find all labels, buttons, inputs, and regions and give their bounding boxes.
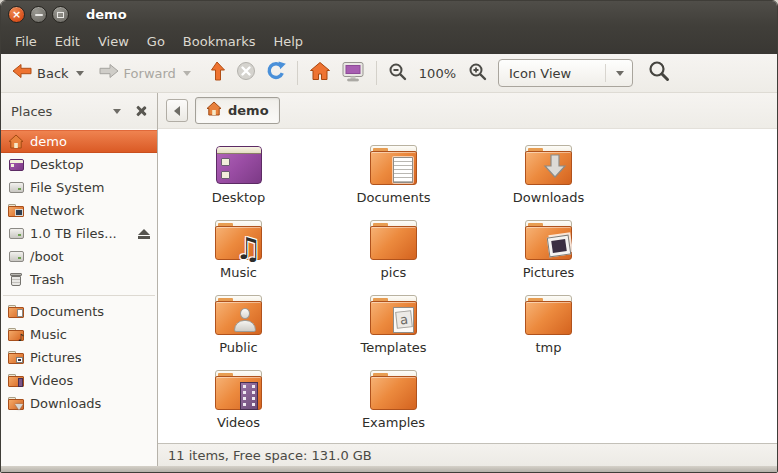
titlebar[interactable]: × demo bbox=[1, 1, 777, 28]
home-icon bbox=[206, 101, 222, 120]
file-item-downloads[interactable]: Downloads bbox=[471, 141, 626, 216]
desktop-icon bbox=[213, 141, 265, 188]
zoom-out-button[interactable] bbox=[383, 58, 412, 89]
sidebar-item-label: File System bbox=[30, 180, 104, 195]
sidebar-item-music[interactable]: ♪ Music bbox=[1, 323, 157, 346]
back-history-dropdown[interactable] bbox=[76, 71, 84, 76]
file-item-documents[interactable]: Documents bbox=[316, 141, 471, 216]
zoom-out-icon bbox=[388, 62, 407, 85]
sidebar-item-trash[interactable]: Trash bbox=[1, 268, 157, 291]
close-button[interactable]: × bbox=[8, 6, 25, 23]
sidebar-item-file-system[interactable]: File System bbox=[1, 176, 157, 199]
toolbar-separator bbox=[297, 61, 298, 85]
folder-icon bbox=[368, 366, 420, 413]
menu-help[interactable]: Help bbox=[264, 31, 312, 52]
places-sidebar: Places demo Desktop File bbox=[1, 93, 158, 466]
file-item-tmp[interactable]: tmp bbox=[471, 291, 626, 366]
sidebar-item-network[interactable]: Network bbox=[1, 199, 157, 222]
file-item-examples[interactable]: Examples bbox=[316, 366, 471, 441]
sidebar-item-label: 1.0 TB Files... bbox=[30, 226, 117, 241]
content-area: Places demo Desktop File bbox=[1, 93, 777, 466]
sidebar-item-pictures[interactable]: Pictures bbox=[1, 346, 157, 369]
sidebar-item-label: Desktop bbox=[30, 157, 84, 172]
breadcrumb-demo[interactable]: demo bbox=[195, 97, 280, 124]
stop-icon bbox=[236, 61, 256, 85]
home-icon bbox=[309, 61, 331, 85]
folder-videos-icon bbox=[8, 373, 24, 389]
file-item-videos[interactable]: Videos bbox=[161, 366, 316, 441]
forward-history-dropdown[interactable] bbox=[183, 71, 191, 76]
file-label: Videos bbox=[217, 415, 260, 430]
sidebar-item-desktop[interactable]: Desktop bbox=[1, 153, 157, 176]
sidebar-item-videos[interactable]: Videos bbox=[1, 369, 157, 392]
file-label: Examples bbox=[362, 415, 425, 430]
stop-button[interactable] bbox=[231, 57, 261, 89]
folder-pictures-icon bbox=[523, 216, 575, 263]
folder-icon bbox=[523, 291, 575, 338]
toolbar-separator bbox=[376, 61, 377, 85]
sidebar-item-downloads[interactable]: Downloads bbox=[1, 392, 157, 415]
search-icon bbox=[648, 60, 670, 86]
sidebar-item-boot[interactable]: /boot bbox=[1, 245, 157, 268]
search-button[interactable] bbox=[643, 56, 675, 90]
pathbar: demo bbox=[158, 93, 777, 129]
computer-button[interactable] bbox=[336, 57, 370, 90]
download-arrow-emblem bbox=[542, 153, 568, 183]
folder-templates-icon bbox=[368, 291, 420, 338]
icon-view[interactable]: Desktop Documents bbox=[158, 129, 777, 443]
folder-pictures-icon bbox=[8, 350, 24, 366]
zoom-in-icon bbox=[468, 62, 487, 85]
refresh-icon bbox=[266, 61, 286, 85]
forward-arrow-icon bbox=[99, 62, 119, 84]
home-button[interactable] bbox=[304, 57, 336, 89]
folder-icon bbox=[368, 216, 420, 263]
refresh-button[interactable] bbox=[261, 57, 291, 89]
sidebar-mode-dropdown[interactable] bbox=[113, 109, 121, 114]
sidebar-item-label: Trash bbox=[30, 272, 64, 287]
file-item-public[interactable]: Public bbox=[161, 291, 316, 366]
file-item-pics[interactable]: pics bbox=[316, 216, 471, 291]
sidebar-close-icon[interactable] bbox=[135, 105, 147, 117]
sidebar-header[interactable]: Places bbox=[1, 93, 157, 129]
file-item-pictures[interactable]: Pictures bbox=[471, 216, 626, 291]
folder-documents-icon bbox=[368, 141, 420, 188]
window-bottom-border bbox=[1, 466, 777, 472]
desktop-icon bbox=[8, 157, 24, 173]
eject-icon[interactable] bbox=[138, 229, 150, 239]
home-folder-icon bbox=[8, 134, 24, 150]
up-button[interactable] bbox=[203, 57, 231, 89]
sidebar-item-label: Documents bbox=[30, 304, 104, 319]
forward-button[interactable]: Forward bbox=[94, 58, 181, 88]
minimize-button[interactable] bbox=[30, 6, 47, 23]
sidebar-item-label: demo bbox=[30, 134, 67, 149]
file-label: Downloads bbox=[513, 190, 584, 205]
window-header: × demo File Edit View Go Bookmarks Help bbox=[1, 1, 777, 54]
zoom-in-button[interactable] bbox=[463, 58, 492, 89]
back-button[interactable]: Back bbox=[7, 58, 74, 88]
sidebar-item-documents[interactable]: Documents bbox=[1, 300, 157, 323]
sidebar-item-label: Music bbox=[30, 327, 67, 342]
menu-file[interactable]: File bbox=[6, 31, 46, 52]
sidebar-item-label: Network bbox=[30, 203, 84, 218]
menu-view[interactable]: View bbox=[89, 31, 138, 52]
menu-bookmarks[interactable]: Bookmarks bbox=[174, 31, 265, 52]
folder-videos-icon bbox=[213, 366, 265, 413]
view-mode-select[interactable]: Icon View bbox=[498, 59, 633, 87]
chevron-down-icon bbox=[616, 71, 624, 76]
file-label: Music bbox=[220, 265, 257, 280]
menu-edit[interactable]: Edit bbox=[46, 31, 89, 52]
sidebar-item-demo[interactable]: demo bbox=[1, 130, 157, 153]
folder-downloads-icon bbox=[8, 396, 24, 412]
sidebar-item-label: /boot bbox=[30, 249, 64, 264]
main-pane: demo Desktop Documents bbox=[158, 93, 777, 466]
file-item-templates[interactable]: Templates bbox=[316, 291, 471, 366]
folder-downloads-icon bbox=[523, 141, 575, 188]
file-item-music[interactable]: ♫ Music bbox=[161, 216, 316, 291]
menu-go[interactable]: Go bbox=[138, 31, 174, 52]
maximize-button[interactable] bbox=[52, 6, 69, 23]
breadcrumb-label: demo bbox=[228, 103, 269, 118]
file-item-desktop[interactable]: Desktop bbox=[161, 141, 316, 216]
pathbar-scroll-left-button[interactable] bbox=[166, 99, 188, 122]
sidebar-item-volume[interactable]: 1.0 TB Files... bbox=[1, 222, 157, 245]
sidebar-separator bbox=[3, 295, 155, 296]
